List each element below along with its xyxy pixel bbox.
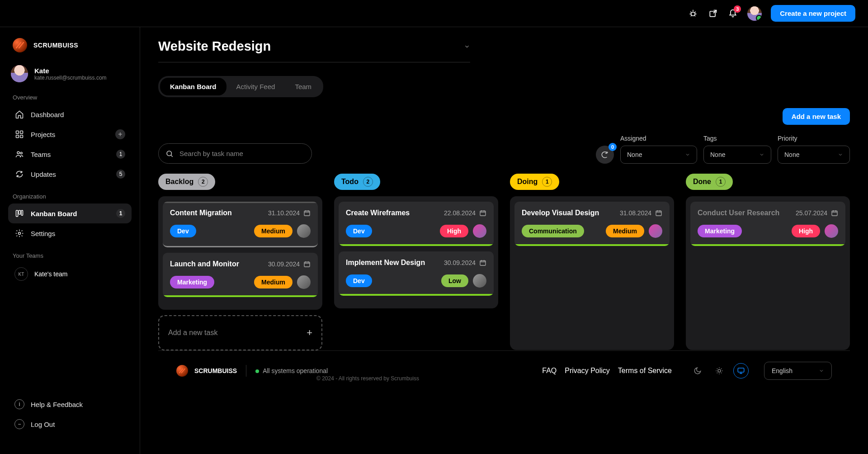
nav-updates[interactable]: Updates 5 [8,164,132,184]
copyright: © 2024 - All rights reserved by Scrumbui… [316,375,419,382]
brand-logo [13,38,27,52]
footer-brand-name: SCRUMBUISS [194,367,237,374]
svg-rect-14 [304,262,310,267]
nav-kanban[interactable]: Kanban Board 1 [8,203,132,223]
kanban-columns: Backlog 2 Content Migration 31.10.2024 D… [158,174,850,350]
bell-icon[interactable]: 3 [727,8,738,19]
nav-dashboard[interactable]: Dashboard [8,104,132,124]
team-item[interactable]: KT Kate's team [8,263,132,285]
task-card[interactable]: Conduct User Research 25.07.2024 Marketi… [690,202,845,246]
refresh-badge: 0 [609,143,617,151]
svg-point-0 [691,12,695,15]
tab-activity[interactable]: Activity Feed [226,78,285,95]
user-name: Kate [34,67,107,75]
filter-assigned[interactable]: None [620,146,697,164]
team-name: Kate's team [34,270,68,278]
theme-dark-icon[interactable] [690,363,705,378]
nav-projects[interactable]: Projects + [8,124,132,144]
brand[interactable]: SCRUMBUISS [8,38,132,52]
status: All systems operational [255,367,328,374]
topbar: 3 Create a new project [0,0,868,27]
footer-terms[interactable]: Terms of Service [618,367,672,375]
task-card[interactable]: Content Migration 31.10.2024 Dev Medium [163,202,318,247]
svg-rect-3 [20,131,23,134]
updates-count: 5 [116,170,125,179]
notification-badge: 3 [734,5,741,13]
filter-tags[interactable]: None [703,146,771,164]
bug-icon[interactable] [688,8,698,19]
svg-rect-20 [738,368,744,372]
add-task-button[interactable]: Add a new task [783,108,850,125]
svg-point-19 [718,369,721,372]
column-doing: Doing 1 Develop Visual Design 31.08.2024… [510,174,674,350]
add-task-card[interactable]: Add a new task + [158,315,322,350]
tab-kanban[interactable]: Kanban Board [160,78,226,95]
column-header-todo[interactable]: Todo 2 [334,174,380,190]
share-icon[interactable] [708,8,718,19]
column-header-doing[interactable]: Doing 1 [510,174,559,190]
task-card[interactable]: Launch and Monitor 30.09.2024 Marketing … [163,253,318,297]
footer-privacy[interactable]: Privacy Policy [565,367,610,375]
tag-pill: Marketing [170,276,214,288]
task-title: Conduct User Research [698,209,779,217]
task-title: Implement New Design [346,259,425,267]
task-date: 25.07.2024 [796,209,838,217]
svg-point-11 [19,232,21,235]
project-title: Website Redesign [158,39,464,54]
task-date: 31.08.2024 [620,209,662,217]
filter-priority[interactable]: None [778,146,850,164]
svg-point-7 [20,152,22,154]
svg-rect-15 [480,211,486,216]
nav-logout[interactable]: − Log Out [8,414,132,434]
refresh-button[interactable]: 0 [596,146,614,164]
language-select[interactable]: English [764,362,832,380]
footer-logo [176,365,188,377]
nav-settings[interactable]: Settings [8,223,132,243]
plus-icon: + [307,327,312,339]
add-project-icon[interactable]: + [115,129,125,139]
filter-assigned-label: Assigned [620,135,697,142]
search-wrap [158,143,312,164]
assignee-avatar [473,224,486,238]
nav-teams[interactable]: Teams 1 [8,144,132,164]
theme-light-icon[interactable] [712,363,727,378]
column-header-backlog[interactable]: Backlog 2 [158,174,215,190]
tab-team[interactable]: Team [285,78,321,95]
user-avatar[interactable] [747,6,762,21]
task-date: 30.09.2024 [444,259,486,266]
tag-pill: Marketing [698,225,742,237]
section-overview: Overview [8,94,132,101]
tabs: Kanban Board Activity Feed Team [158,76,323,97]
assignee-avatar [825,224,838,238]
create-project-button[interactable]: Create a new project [771,5,855,22]
tag-pill: Dev [170,225,196,237]
logout-icon: − [14,419,24,429]
theme-system-icon[interactable] [733,363,749,378]
teams-count: 1 [116,150,125,159]
main: Website Redesign Kanban Board Activity F… [140,27,868,454]
priority-pill: Low [441,274,468,287]
task-card[interactable]: Implement New Design 30.09.2024 Dev Low [339,251,494,296]
search-input[interactable] [158,143,312,164]
grid-icon [14,129,24,139]
task-card[interactable]: Create Wireframes 22.08.2024 Dev High [339,202,494,246]
sidebar: SCRUMBUISS Kate kate.russell@scrumbuiss.… [0,27,140,454]
gear-icon [14,228,24,238]
user-block[interactable]: Kate kate.russell@scrumbuiss.com [8,65,132,82]
footer-faq[interactable]: FAQ [542,367,557,375]
column-header-done[interactable]: Done 1 [686,174,733,190]
tag-pill: Communication [522,225,584,237]
tag-pill: Dev [346,225,372,237]
task-card[interactable]: Develop Visual Design 31.08.2024 Communi… [514,202,670,246]
task-title: Content Migration [170,209,232,217]
nav-help[interactable]: i Help & Feedback [8,394,132,414]
task-title: Launch and Monitor [170,260,239,268]
kanban-count: 1 [116,209,125,218]
chevron-down-icon[interactable] [464,43,470,50]
priority-pill: High [440,225,468,237]
project-header[interactable]: Website Redesign [158,39,470,62]
assignee-avatar [649,224,662,238]
svg-rect-2 [16,131,19,134]
assignee-avatar [297,275,311,289]
svg-rect-9 [19,210,20,214]
